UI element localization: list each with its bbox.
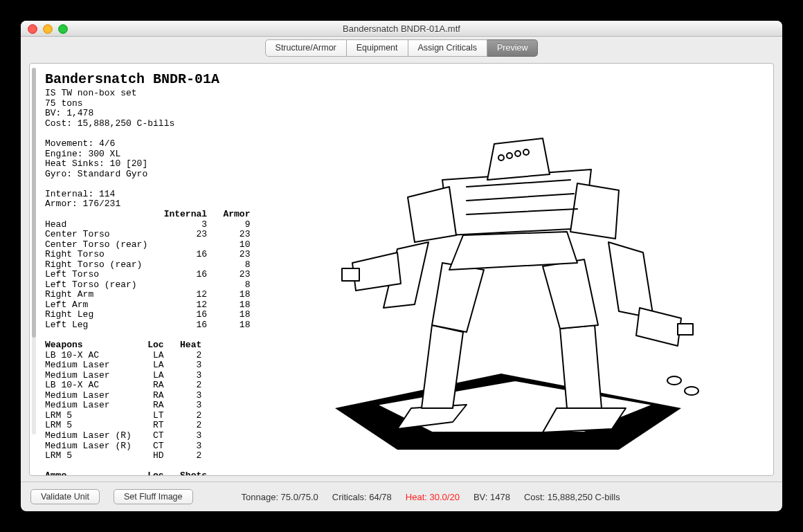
stats-line: Heat Sinks: 10 [20] xyxy=(45,158,147,169)
mech-illustration xyxy=(257,64,773,475)
stats-line: Engine: 300 XL xyxy=(45,149,120,159)
status-cost: Cost: 15,888,250 C-bills xyxy=(524,492,620,502)
tab-bar: Structure/Armor Equipment Assign Critica… xyxy=(21,37,782,60)
weapon-row: Medium Laser RA 3 xyxy=(45,390,201,401)
weapons-header: Weapons Loc Heat xyxy=(45,340,201,350)
armor-header: Internal Armor xyxy=(45,209,250,219)
status-criticals: Criticals: 64/78 xyxy=(332,492,392,502)
svg-marker-6 xyxy=(432,263,484,332)
weapon-row: LRM 5 HD 2 xyxy=(45,450,201,461)
armor-row: Right Torso (rear) 8 xyxy=(45,259,250,270)
svg-marker-11 xyxy=(408,187,456,242)
set-fluff-image-button[interactable]: Set Fluff Image xyxy=(114,489,193,504)
status-heat: Heat: 30.0/20 xyxy=(406,492,460,502)
minimize-icon[interactable] xyxy=(43,24,53,34)
svg-marker-7 xyxy=(543,259,598,329)
tab-equipment[interactable]: Equipment xyxy=(347,39,408,57)
status-tonnage: Tonnage: 75.0/75.0 xyxy=(242,492,318,502)
svg-marker-17 xyxy=(636,308,681,346)
weapon-row: Medium Laser RA 3 xyxy=(45,400,201,410)
window-title: Bandersnatch BNDR-01A.mtf xyxy=(21,24,782,34)
close-icon[interactable] xyxy=(28,24,37,34)
unit-name: Bandersnatch BNDR-01A xyxy=(45,72,250,87)
svg-marker-14 xyxy=(608,242,653,318)
weapon-row: Medium Laser LA 3 xyxy=(45,370,201,380)
svg-marker-12 xyxy=(570,183,619,239)
weapon-row: Medium Laser (R) CT 3 xyxy=(45,430,201,441)
mech-drawing-svg xyxy=(294,83,723,457)
armor-row: Left Torso 16 23 xyxy=(45,269,250,279)
summary-line: IS TW non-box set xyxy=(45,88,137,98)
ammo-header: Ammo Loc Shots xyxy=(45,470,207,476)
svg-point-27 xyxy=(685,387,698,395)
status-bar: Validate Unit Set Fluff Image Tonnage: 7… xyxy=(21,481,782,511)
svg-point-23 xyxy=(507,153,512,158)
tab-assign-criticals[interactable]: Assign Criticals xyxy=(408,39,487,57)
weapon-row: LRM 5 LT 2 xyxy=(45,410,201,421)
tab-preview[interactable]: Preview xyxy=(487,39,538,57)
weapon-row: LB 10-X AC RA 2 xyxy=(45,380,201,390)
armor-row: Left Arm 12 18 xyxy=(45,300,250,310)
armor-row: Left Torso (rear) 8 xyxy=(45,279,250,290)
preview-pane: Bandersnatch BNDR-01AIS TW non-box set 7… xyxy=(29,63,774,476)
armor-row: Left Leg 16 18 xyxy=(45,320,250,330)
weapon-row: LB 10-X AC LA 2 xyxy=(45,350,201,360)
svg-rect-18 xyxy=(678,324,693,335)
weapon-row: Medium Laser (R) CT 3 xyxy=(45,441,201,451)
svg-point-22 xyxy=(498,155,504,160)
structure-line: Armor: 176/231 xyxy=(45,199,120,209)
summary-line: 75 tons xyxy=(45,98,83,109)
svg-point-25 xyxy=(523,149,529,155)
summary-line: BV: 1,478 xyxy=(45,108,93,118)
zoom-icon[interactable] xyxy=(58,24,68,34)
svg-marker-8 xyxy=(449,232,577,270)
armor-row: Center Torso 23 23 xyxy=(45,229,250,239)
armor-row: Right Leg 16 18 xyxy=(45,309,250,320)
svg-point-24 xyxy=(515,151,521,156)
svg-point-26 xyxy=(667,376,681,385)
tab-structure-armor[interactable]: Structure/Armor xyxy=(265,39,347,57)
armor-row: Right Arm 12 18 xyxy=(45,289,250,300)
armor-row: Center Torso (rear) 10 xyxy=(45,239,250,250)
structure-line: Internal: 114 xyxy=(45,189,115,199)
scrollbar-thumb[interactable] xyxy=(32,68,36,338)
window-controls xyxy=(28,24,68,34)
weapon-row: Medium Laser LA 3 xyxy=(45,360,201,370)
svg-rect-16 xyxy=(342,268,359,281)
summary-line: Cost: 15,888,250 C-bills xyxy=(45,118,174,129)
stats-line: Movement: 4/6 xyxy=(45,138,115,149)
armor-row: Head 3 9 xyxy=(45,219,250,230)
app-window: Bandersnatch BNDR-01A.mtf Structure/Armo… xyxy=(21,21,782,511)
svg-marker-10 xyxy=(487,138,550,180)
armor-row: Right Torso 16 23 xyxy=(45,249,250,259)
weapon-row: LRM 5 RT 2 xyxy=(45,420,201,430)
validate-unit-button[interactable]: Validate Unit xyxy=(30,489,100,504)
status-bv: BV: 1478 xyxy=(473,492,510,502)
stats-line: Gyro: Standard Gyro xyxy=(45,169,147,179)
record-sheet-text: Bandersnatch BNDR-01AIS TW non-box set 7… xyxy=(30,64,257,475)
svg-marker-5 xyxy=(560,325,602,408)
titlebar: Bandersnatch BNDR-01A.mtf xyxy=(21,21,782,37)
